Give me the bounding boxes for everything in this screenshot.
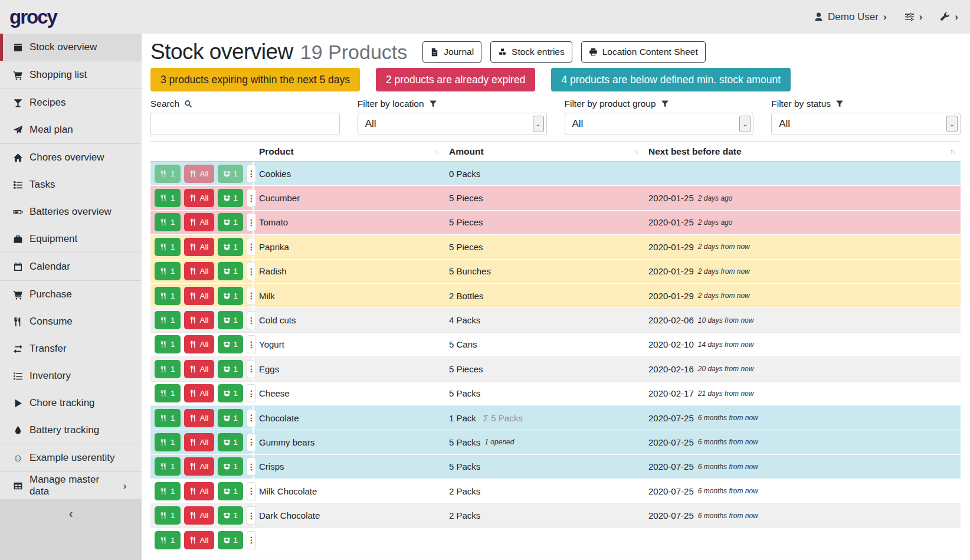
consume-one-button[interactable]: 1 bbox=[155, 189, 181, 207]
consume-one-button[interactable]: 1 bbox=[155, 262, 181, 280]
product-column-header[interactable]: Product ↑↓ bbox=[254, 142, 444, 161]
mark-opened-button[interactable]: 1 bbox=[218, 335, 244, 353]
consume-all-button[interactable]: All bbox=[184, 409, 214, 427]
mark-opened-button[interactable]: 1 bbox=[218, 165, 244, 183]
consume-all-button[interactable]: All bbox=[184, 360, 214, 378]
mark-opened-button[interactable]: 1 bbox=[218, 433, 244, 451]
sidebar-item-example-userentity[interactable]: ☺Example userentity bbox=[0, 444, 142, 471]
sidebar-item-calendar[interactable]: Calendar bbox=[0, 253, 142, 280]
consume-all-button[interactable]: All bbox=[184, 531, 214, 549]
row-actions: 1All1⋮ bbox=[150, 503, 254, 527]
mark-opened-button[interactable]: 1 bbox=[218, 311, 244, 329]
grocy-logo[interactable]: grocy bbox=[9, 6, 57, 28]
stock-entries-button[interactable]: Stock entries bbox=[490, 41, 572, 63]
consume-all-button[interactable]: All bbox=[184, 262, 214, 280]
consume-one-button[interactable]: 1 bbox=[155, 360, 181, 378]
mark-opened-button[interactable]: 1 bbox=[218, 384, 244, 402]
product-amount: 5 Packs1 opened bbox=[444, 430, 644, 454]
consume-all-button[interactable]: All bbox=[184, 238, 214, 256]
consume-one-button[interactable]: 1 bbox=[155, 384, 181, 402]
sidebar-item-shopping-list[interactable]: Shopping list bbox=[0, 61, 142, 89]
button-label: 1 bbox=[171, 438, 175, 447]
status-filter-select[interactable]: All ⌄ bbox=[771, 113, 961, 135]
consume-all-button[interactable]: All bbox=[184, 433, 214, 451]
below-min-stock-badge[interactable]: 4 products are below defined min. stock … bbox=[551, 68, 791, 91]
consume-all-button[interactable]: All bbox=[184, 311, 214, 329]
user-menu[interactable]: Demo User › bbox=[814, 11, 887, 23]
consume-one-button[interactable]: 1 bbox=[155, 531, 181, 549]
product-name: Crisps bbox=[254, 455, 444, 479]
consume-all-button[interactable]: All bbox=[184, 457, 214, 476]
admin-menu[interactable]: › bbox=[940, 12, 958, 22]
expired-badge[interactable]: 2 products are already expired bbox=[376, 68, 535, 91]
consume-one-button[interactable]: 1 bbox=[155, 165, 181, 183]
consume-one-button[interactable]: 1 bbox=[155, 433, 181, 451]
amount-column-header[interactable]: Amount ↑↓ bbox=[444, 142, 644, 161]
sidebar-item-chores-overview[interactable]: Chores overview bbox=[0, 144, 142, 171]
sidebar-collapse-button[interactable]: ‹ bbox=[0, 500, 142, 560]
journal-button[interactable]: Journal bbox=[422, 41, 481, 63]
button-label: 1 bbox=[171, 389, 175, 398]
mark-opened-button[interactable]: 1 bbox=[218, 482, 244, 500]
consume-one-button[interactable]: 1 bbox=[155, 238, 181, 256]
consume-one-button[interactable]: 1 bbox=[155, 311, 181, 329]
product-group-filter-select[interactable]: All ⌄ bbox=[565, 113, 754, 135]
sidebar-item-meal-plan[interactable]: Meal plan bbox=[0, 116, 142, 143]
mark-opened-button[interactable]: 1 bbox=[218, 531, 244, 549]
sidebar-item-tasks[interactable]: Tasks bbox=[0, 171, 142, 198]
consume-all-button[interactable]: All bbox=[184, 165, 214, 183]
consume-all-button[interactable]: All bbox=[184, 287, 214, 305]
sidebar-item-battery-tracking[interactable]: Battery tracking bbox=[0, 417, 142, 444]
mark-opened-button[interactable]: 1 bbox=[218, 287, 244, 305]
consume-one-button[interactable]: 1 bbox=[155, 482, 181, 500]
sidebar-item-recipes[interactable]: Recipes bbox=[0, 89, 142, 116]
sidebar-item-batteries-overview[interactable]: Batteries overview bbox=[0, 198, 142, 225]
location-content-sheet-button[interactable]: Location Content Sheet bbox=[581, 41, 706, 63]
consume-one-button[interactable]: 1 bbox=[155, 213, 181, 231]
location-filter-select[interactable]: All ⌄ bbox=[358, 113, 547, 135]
settings-menu[interactable]: › bbox=[905, 12, 923, 22]
mark-opened-button[interactable]: 1 bbox=[218, 213, 244, 231]
consume-all-button[interactable]: All bbox=[184, 384, 214, 402]
sidebar-item-inventory[interactable]: Inventory bbox=[0, 362, 142, 389]
sidebar-item-transfer[interactable]: Transfer bbox=[0, 335, 142, 362]
sort-icon[interactable]: ↑↓ bbox=[950, 148, 956, 156]
sort-icon[interactable]: ↑↓ bbox=[434, 148, 440, 156]
row-actions: 1All1⋮ bbox=[150, 308, 254, 332]
tasks-icon bbox=[12, 180, 24, 190]
consume-one-button[interactable]: 1 bbox=[155, 287, 181, 305]
sidebar-item-chore-tracking[interactable]: Chore tracking bbox=[0, 389, 142, 417]
shopping-cart-icon bbox=[12, 290, 24, 300]
sort-icon[interactable]: ↑↓ bbox=[633, 148, 639, 156]
date-column-header[interactable]: Next best before date ↑↓ bbox=[644, 142, 961, 161]
product-amount: 5 Pieces bbox=[444, 211, 644, 234]
consume-all-button[interactable]: All bbox=[184, 335, 214, 353]
consume-all-button[interactable]: All bbox=[184, 189, 214, 207]
search-input[interactable] bbox=[150, 113, 340, 135]
consume-one-button[interactable]: 1 bbox=[155, 409, 181, 427]
sidebar-item-stock-overview[interactable]: Stock overview bbox=[0, 34, 142, 61]
consume-one-button[interactable]: 1 bbox=[155, 506, 181, 525]
consume-all-button[interactable]: All bbox=[184, 506, 214, 525]
sidebar-item-manage-master-data[interactable]: Manage master data› bbox=[0, 472, 142, 499]
consume-one-button[interactable]: 1 bbox=[155, 335, 181, 353]
expiring-badge[interactable]: 3 products expiring within the next 5 da… bbox=[150, 68, 360, 91]
utensils-icon bbox=[189, 487, 197, 495]
mark-opened-button[interactable]: 1 bbox=[218, 360, 244, 378]
utensils-icon bbox=[160, 340, 168, 348]
mark-opened-button[interactable]: 1 bbox=[218, 262, 244, 280]
sidebar-item-purchase[interactable]: Purchase bbox=[0, 281, 142, 308]
mark-opened-button[interactable]: 1 bbox=[218, 238, 244, 256]
consume-one-button[interactable]: 1 bbox=[155, 457, 181, 476]
sidebar-item-equipment[interactable]: Equipment bbox=[0, 225, 142, 253]
search-filter: Search bbox=[150, 99, 340, 135]
box-icon bbox=[12, 42, 24, 53]
mark-opened-button[interactable]: 1 bbox=[218, 189, 244, 207]
mark-opened-button[interactable]: 1 bbox=[218, 506, 244, 525]
product-amount: 2 Bottles bbox=[444, 284, 644, 307]
consume-all-button[interactable]: All bbox=[184, 213, 214, 231]
consume-all-button[interactable]: All bbox=[184, 482, 214, 500]
mark-opened-button[interactable]: 1 bbox=[218, 409, 244, 427]
mark-opened-button[interactable]: 1 bbox=[218, 457, 244, 476]
sidebar-item-consume[interactable]: Consume bbox=[0, 308, 142, 335]
